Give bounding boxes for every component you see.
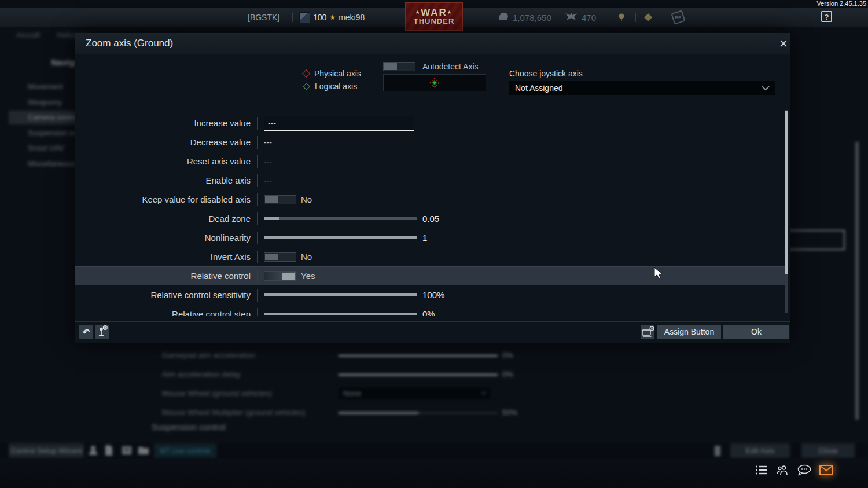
- scrollbar-thumb[interactable]: [785, 111, 788, 274]
- joystick-axis-dropdown[interactable]: Not Assigned: [509, 81, 775, 95]
- physical-axis-label: Physical axis: [314, 69, 361, 78]
- setting-label: Reset axis value: [75, 156, 251, 166]
- currency-silver-lions[interactable]: 1,078,650: [498, 8, 551, 27]
- setting-control: ---: [264, 116, 414, 131]
- setting-label: Dead zone: [75, 214, 251, 223]
- slider[interactable]: [264, 217, 417, 220]
- separator: [664, 13, 664, 22]
- toggle-knob[interactable]: [384, 63, 397, 70]
- setting-control: No: [264, 195, 312, 204]
- setting-label: Relative control: [75, 271, 251, 281]
- setting-row-nonlinearity[interactable]: Nonlinearity1: [75, 228, 785, 247]
- undo-button[interactable]: ↶: [79, 325, 93, 339]
- setting-row-relative-control-step[interactable]: Relative control step0%: [75, 304, 785, 316]
- separator: [635, 13, 636, 22]
- zoom-axis-dialog: Zoom axis (Ground) ✕ Physical axis Logic…: [75, 33, 790, 343]
- golden-eagles-value: 470: [582, 13, 596, 23]
- setting-row-invert-axis[interactable]: Invert AxisNo: [75, 247, 785, 266]
- mouse-cursor: [654, 267, 668, 283]
- undo-icon: ↶: [83, 328, 90, 336]
- toggle-knob[interactable]: [282, 273, 295, 280]
- player-level: 100: [313, 13, 326, 22]
- slider[interactable]: [264, 236, 417, 239]
- golden-eagle-icon: [564, 12, 578, 23]
- setting-control: 0%: [264, 309, 435, 316]
- setting-control: Yes: [264, 271, 315, 281]
- setting-control: ---: [264, 157, 272, 166]
- dialog-close-button[interactable]: ✕: [776, 36, 791, 52]
- war-thunder-screen: AircraftHelicopter Navigation MovementWe…: [0, 0, 868, 488]
- assign-input[interactable]: ---: [264, 116, 414, 131]
- choose-joystick-label: Choose joystick axis: [509, 69, 583, 78]
- friends-icon[interactable]: [775, 464, 789, 478]
- setting-control: 100%: [264, 290, 444, 300]
- slider-value: 100%: [422, 290, 444, 300]
- settings-rows: Increase value---Decrease value---Reset …: [75, 113, 790, 316]
- separator: [557, 13, 557, 22]
- setting-row-decrease-value[interactable]: Decrease value---: [75, 133, 785, 152]
- dialog-scrollbar[interactable]: [785, 110, 788, 313]
- setting-label: Enable axis: [75, 175, 251, 185]
- assign-value[interactable]: ---: [264, 138, 272, 147]
- chat-icon[interactable]: [797, 464, 812, 478]
- row-divider: [257, 289, 258, 302]
- mail-icon[interactable]: [819, 465, 833, 478]
- slider-value: 0%: [422, 309, 435, 316]
- assign-button[interactable]: Assign Button: [657, 325, 721, 339]
- setting-row-keep-value-for-disabled-axis[interactable]: Keep value for disabled axisNo: [75, 190, 785, 209]
- slider-fill: [264, 217, 279, 220]
- setting-row-relative-control-sensitivity[interactable]: Relative control sensitivity100%: [75, 285, 785, 304]
- row-divider: [257, 174, 258, 187]
- setting-row-dead-zone[interactable]: Dead zone0.05: [75, 209, 785, 228]
- assign-value[interactable]: ---: [264, 157, 272, 166]
- setting-label: Relative control sensitivity: [75, 290, 251, 300]
- setting-control: 0.05: [264, 214, 439, 223]
- clear-keyboard-binding-button[interactable]: [641, 325, 654, 339]
- slider[interactable]: [264, 293, 417, 296]
- toggle[interactable]: [264, 271, 296, 281]
- clear-joystick-binding-button[interactable]: [95, 325, 109, 339]
- setting-label: Invert Axis: [75, 252, 251, 262]
- player-info[interactable]: 100 ★ meki98: [299, 8, 365, 27]
- clan-tag: [BGSTK]: [248, 8, 279, 27]
- toggle-knob[interactable]: [265, 196, 278, 203]
- separator: [292, 13, 293, 22]
- setting-row-enable-axis[interactable]: Enable axis---: [75, 171, 785, 190]
- toggle-value: No: [301, 195, 312, 204]
- toggle[interactable]: [264, 195, 296, 204]
- setting-label: Increase value: [75, 118, 251, 128]
- setting-row-relative-control[interactable]: Relative controlYes: [75, 266, 785, 285]
- slider[interactable]: [264, 313, 417, 315]
- ok-button[interactable]: Ok: [723, 325, 789, 339]
- slider-fill: [264, 313, 417, 315]
- currency-golden-eagles[interactable]: 470: [564, 8, 596, 27]
- row-divider: [257, 155, 258, 168]
- dialog-title: Zoom axis (Ground): [86, 38, 173, 49]
- setting-control: 1: [264, 233, 427, 243]
- silver-lions-value: 1,078,650: [513, 13, 551, 23]
- setting-control: No: [264, 252, 312, 262]
- autodetect-toggle[interactable]: [383, 62, 415, 71]
- separator: [608, 13, 608, 22]
- player-avatar[interactable]: [299, 12, 310, 23]
- balloon-icon[interactable]: [618, 8, 625, 27]
- physical-axis-legend: Physical axis: [303, 69, 361, 78]
- silver-lion-icon: [498, 12, 509, 24]
- axis-preview: [383, 74, 486, 91]
- toggle-value: Yes: [301, 271, 315, 281]
- slider-value: 0.05: [422, 214, 439, 223]
- battle-log-icon[interactable]: [755, 465, 768, 478]
- row-divider: [257, 117, 258, 130]
- setting-row-increase-value[interactable]: Increase value---: [75, 113, 785, 133]
- toggle[interactable]: [264, 252, 296, 262]
- help-button[interactable]: ?: [821, 11, 832, 22]
- setting-row-reset-axis-value[interactable]: Reset axis value---: [75, 152, 785, 171]
- row-divider: [257, 212, 258, 225]
- joystick-clear-icon: [96, 325, 108, 338]
- assign-value[interactable]: ---: [264, 176, 272, 185]
- battlepass-icon[interactable]: BP: [672, 8, 684, 27]
- footer-divider: [75, 321, 790, 322]
- logical-axis-label: Logical axis: [315, 82, 357, 91]
- toggle-knob[interactable]: [265, 254, 278, 260]
- decal-diamond-icon[interactable]: [645, 8, 651, 27]
